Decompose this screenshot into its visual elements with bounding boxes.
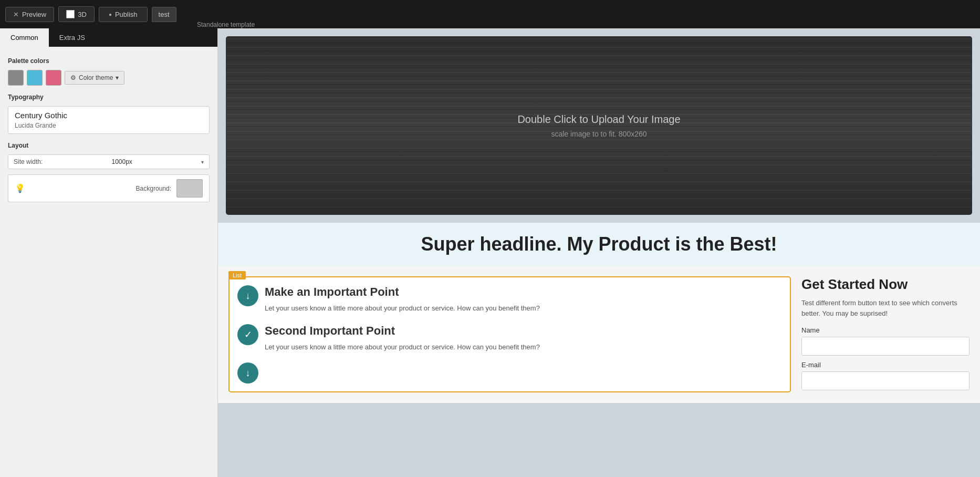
form-name-input[interactable]: [801, 337, 969, 356]
main-headline[interactable]: Super headline. My Product is the Best!: [228, 233, 969, 255]
list-badge: List: [228, 271, 246, 279]
gear-icon: ⚙: [70, 74, 76, 81]
font-secondary: Lucida Grande: [15, 122, 203, 129]
site-width-value: 1000px: [111, 158, 132, 165]
hero-upload-text: Double Click to Upload Your Image: [517, 113, 680, 126]
arrow-down-icon: ↓: [246, 368, 251, 379]
threed-label: 3D: [78, 11, 87, 18]
hero-scale-text: scale image to to fit. 800x260: [551, 130, 647, 138]
typography-box[interactable]: Century Gothic Lucida Grande: [8, 106, 210, 134]
color-swatch-gray[interactable]: [8, 70, 24, 86]
panel-content: Palette colors ⚙ Color theme ▾ Typograph…: [0, 47, 217, 477]
tab-common[interactable]: Common: [0, 28, 49, 47]
list-item-1-content: Make an Important Point Let your users k…: [265, 285, 540, 314]
layout-label: Layout: [8, 142, 210, 149]
tab-test[interactable]: test: [152, 7, 176, 22]
canvas-area[interactable]: Double Click to Upload Your Image scale …: [218, 28, 980, 477]
threed-checkbox[interactable]: [66, 10, 75, 18]
top-bar: ✕ Preview 3D ● Publish test Standalone t…: [0, 0, 980, 28]
form-subtitle: Test different form button text to see w…: [801, 298, 969, 318]
font-primary: Century Gothic: [15, 111, 203, 120]
form-title[interactable]: Get Started Now: [801, 276, 969, 293]
form-name-label: Name: [801, 326, 969, 334]
list-item-1-title[interactable]: Make an Important Point: [265, 285, 540, 299]
color-theme-button[interactable]: ⚙ Color theme ▾: [65, 71, 124, 85]
site-width-row[interactable]: Site width: 1000px ▾: [8, 154, 210, 169]
preview-button[interactable]: ✕ Preview: [5, 7, 54, 22]
site-width-dropdown-icon: ▾: [201, 159, 204, 165]
publish-icon: ●: [109, 12, 112, 17]
main-layout: Common Extra JS Palette colors ⚙ Color t…: [0, 28, 980, 477]
list-item-2-desc: Let your users know a little more about …: [265, 342, 540, 352]
list-column: List ↓ Make an Important Point Let your …: [228, 276, 791, 392]
typography-label: Typography: [8, 94, 210, 101]
form-email-input[interactable]: [801, 371, 969, 390]
list-item-1-desc: Let your users know a little more about …: [265, 303, 540, 314]
tab-extra-js[interactable]: Extra JS: [49, 28, 96, 47]
publish-label: Publish: [115, 11, 138, 18]
dropdown-arrow-icon: ▾: [116, 74, 119, 81]
list-item-3-icon: ↓: [237, 362, 258, 383]
form-column: Get Started Now Test different form butt…: [801, 276, 969, 392]
preview-label: Preview: [22, 11, 46, 18]
site-width-label: Site width:: [14, 158, 43, 165]
list-item-2: ✓ Second Important Point Let your users …: [237, 324, 782, 352]
standalone-label: Standalone template: [197, 21, 255, 28]
color-swatch-blue[interactable]: [27, 70, 43, 86]
background-color-swatch[interactable]: [176, 179, 203, 198]
hero-image[interactable]: Double Click to Upload Your Image scale …: [226, 36, 972, 215]
checkmark-icon: ✓: [244, 329, 252, 340]
top-bar-left: ✕ Preview 3D ● Publish test: [5, 6, 176, 22]
list-item-3: ↓: [237, 362, 782, 383]
color-swatch-pink[interactable]: [46, 70, 61, 86]
background-row: 💡 Background:: [8, 174, 210, 202]
palette-label: Palette colors: [8, 57, 210, 65]
palette-row: ⚙ Color theme ▾: [8, 70, 210, 86]
list-item-2-title[interactable]: Second Important Point: [265, 324, 540, 338]
headline-section: Super headline. My Product is the Best!: [218, 223, 980, 266]
left-panel: Common Extra JS Palette colors ⚙ Color t…: [0, 28, 218, 477]
list-item-1: ↓ Make an Important Point Let your users…: [237, 285, 782, 314]
color-theme-label: Color theme: [79, 74, 113, 81]
publish-button[interactable]: ● Publish: [99, 7, 148, 22]
form-email-label: E-mail: [801, 361, 969, 369]
bulb-icon: 💡: [15, 183, 25, 193]
close-icon: ✕: [13, 11, 19, 18]
tabs: Common Extra JS: [0, 28, 217, 47]
list-item-2-content: Second Important Point Let your users kn…: [265, 324, 540, 352]
content-section: List ↓ Make an Important Point Let your …: [218, 266, 980, 403]
list-item-1-icon: ↓: [237, 285, 258, 306]
threed-button[interactable]: 3D: [58, 6, 95, 22]
list-item-2-icon: ✓: [237, 324, 258, 345]
check-arrow-icon: ↓: [246, 291, 251, 302]
background-label: Background:: [30, 185, 171, 192]
